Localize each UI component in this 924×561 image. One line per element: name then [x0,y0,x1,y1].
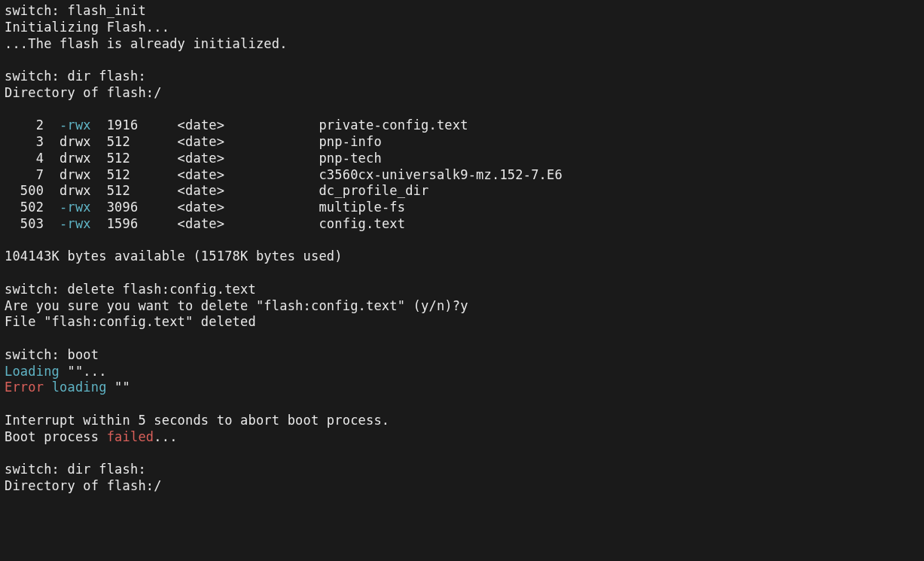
terminal-output[interactable]: switch: flash_init Initializing Flash...… [0,0,924,498]
